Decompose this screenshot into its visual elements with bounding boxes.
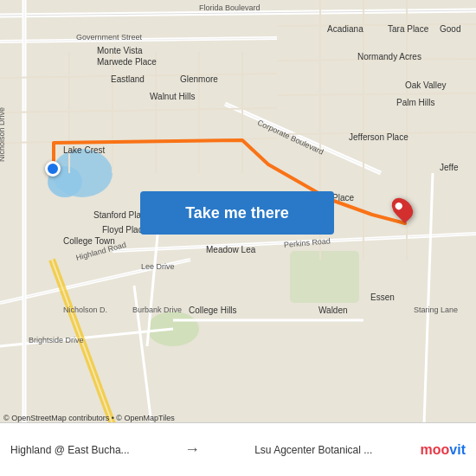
map-container: Florida Boulevard Government Street Mont… xyxy=(0,0,476,424)
route-to: Lsu Agcenter Botanical ... xyxy=(254,444,372,456)
svg-rect-4 xyxy=(290,251,359,303)
route-arrow: → xyxy=(177,441,207,459)
arrow-icon: → xyxy=(184,441,200,459)
route-to-label: Lsu Agcenter Botanical ... xyxy=(254,444,372,456)
route-from-label: Highland @ East Bucha... xyxy=(10,444,130,456)
moovit-logo: moovit xyxy=(421,442,466,458)
origin-marker xyxy=(45,161,61,177)
take-me-there-button[interactable]: Take me there xyxy=(140,191,334,235)
bottom-bar: Highland @ East Bucha... → Lsu Agcenter … xyxy=(0,422,476,476)
map-attribution: © OpenStreetMap contributors • © OpenMap… xyxy=(3,414,175,422)
route-from: Highland @ East Bucha... xyxy=(10,444,130,456)
